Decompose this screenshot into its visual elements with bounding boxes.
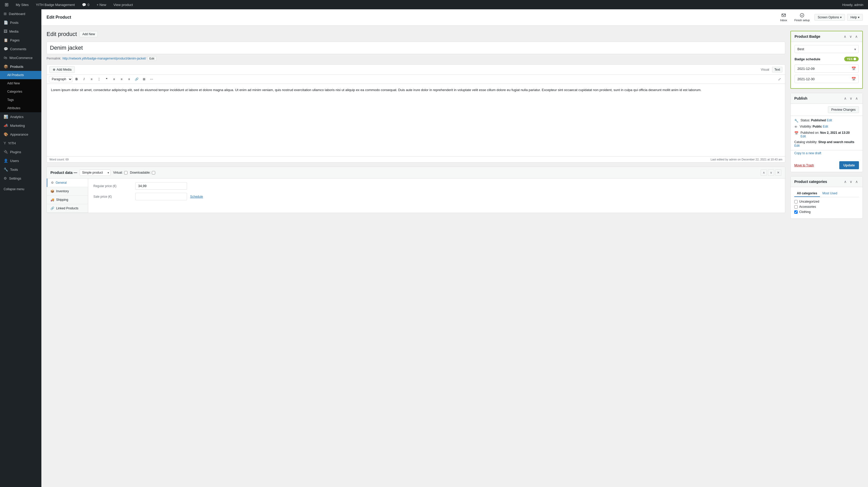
sidebar-item-comments[interactable]: 💬 Comments — [0, 44, 41, 53]
product-categories-metabox: Product categories ∧ ∨ ∧ All categories — [790, 176, 863, 219]
tab-shipping[interactable]: 🚚 Shipping — [47, 195, 88, 204]
sidebar: ⊞ Dashboard 📄 Posts 🖼 Media 📋 Pages 💬 Co… — [0, 9, 41, 487]
visibility-edit-link[interactable]: Edit — [823, 125, 828, 128]
sidebar-item-yith[interactable]: Y YITH — [0, 139, 41, 148]
clothing-checkbox[interactable] — [794, 210, 798, 214]
sidebar-subitem-all-products[interactable]: All Products — [0, 71, 41, 79]
blockquote-button[interactable]: ❝ — [103, 76, 110, 83]
copy-to-draft-link[interactable]: Copy to a new draft — [794, 151, 859, 155]
product-title-input[interactable] — [46, 42, 785, 54]
sidebar-item-appearance[interactable]: 🎨 Appearance — [0, 130, 41, 139]
my-sites[interactable]: My Sites — [14, 0, 30, 9]
schedule-button[interactable]: Schedule — [190, 195, 203, 199]
product-badge-up-button[interactable]: ∧ — [843, 34, 847, 39]
product-data-down-button[interactable]: ∨ — [768, 170, 774, 176]
screen-options-button[interactable]: Screen Options ▾ — [814, 14, 845, 21]
preview-changes-button[interactable]: Preview Changes — [828, 106, 859, 113]
sidebar-item-analytics[interactable]: 📊 Analytics — [0, 112, 41, 121]
categories-down-button[interactable]: ∨ — [848, 179, 853, 184]
media-icon: 🖼 — [4, 29, 7, 33]
sidebar-subitem-add-new[interactable]: Add New — [0, 79, 41, 88]
fullscreen-button[interactable]: ⤢ — [776, 76, 783, 83]
add-new-button[interactable]: Add New — [80, 31, 98, 37]
downloadable-checkbox[interactable] — [152, 171, 155, 174]
uncategorized-checkbox[interactable] — [794, 200, 798, 203]
sidebar-item-products[interactable]: 📦 Products — [0, 62, 41, 71]
collapse-menu[interactable]: Collapse menu — [0, 185, 41, 193]
unordered-list-button[interactable]: ≡ — [88, 76, 95, 83]
product-badge-collapse-button[interactable]: ∧ — [854, 34, 859, 39]
sidebar-item-marketing[interactable]: 📣 Marketing — [0, 121, 41, 130]
add-media-button[interactable]: ⊕ Add Media — [50, 66, 75, 73]
product-badge-down-button[interactable]: ∨ — [848, 34, 853, 39]
sidebar-item-tools[interactable]: 🔧 Tools — [0, 165, 41, 174]
publish-up-button[interactable]: ∧ — [843, 96, 847, 101]
product-type-select[interactable]: Simple product — [80, 170, 111, 176]
move-to-trash-button[interactable]: Move to Trash — [794, 163, 814, 167]
new-link[interactable]: + New — [95, 0, 107, 9]
publish-down-button[interactable]: ∨ — [848, 96, 853, 101]
sidebar-item-users[interactable]: 👤 Users — [0, 156, 41, 165]
edit-permalink-button[interactable]: Edit — [148, 56, 156, 61]
sidebar-item-settings[interactable]: ⚙ Settings — [0, 174, 41, 183]
tab-inventory[interactable]: 📦 Inventory — [47, 187, 88, 195]
permalink-link[interactable]: http://network.yith/badge-management/pro… — [63, 57, 146, 60]
virtual-checkbox[interactable] — [124, 171, 127, 174]
help-button[interactable]: Help ▾ — [847, 14, 863, 21]
update-button[interactable]: Update — [839, 161, 859, 169]
categories-up-button[interactable]: ∧ — [843, 179, 847, 184]
link-button[interactable]: 🔗 — [133, 76, 140, 83]
sidebar-item-posts[interactable]: 📄 Posts — [0, 18, 41, 27]
finish-setup-button[interactable]: Finish setup — [792, 12, 812, 23]
sale-price-input[interactable] — [135, 193, 187, 200]
wp-logo[interactable]: ⊞ — [3, 0, 10, 9]
sidebar-item-dashboard[interactable]: ⊞ Dashboard — [0, 9, 41, 18]
sidebar-subitem-categories[interactable]: Categories — [0, 88, 41, 96]
align-center-button[interactable]: ≡ — [118, 76, 125, 83]
ordered-list-button[interactable]: ⋮ — [96, 76, 102, 83]
text-mode-button[interactable]: Text — [772, 67, 782, 72]
calendar-icon[interactable]: 📅 — [851, 66, 856, 71]
more-button[interactable]: ⋯ — [148, 76, 155, 83]
tab-all-categories[interactable]: All categories — [794, 190, 820, 197]
appearance-icon: 🎨 — [4, 132, 8, 136]
site-title[interactable]: YITH Badge Management — [34, 0, 76, 9]
visual-mode-button[interactable]: Visual — [758, 67, 772, 72]
tab-most-used[interactable]: Most Used — [820, 190, 840, 197]
status-edit-link[interactable]: Edit — [827, 119, 832, 122]
align-right-button[interactable]: ≡ — [126, 76, 132, 83]
tab-linked-products[interactable]: 🔗 Linked Products — [47, 204, 88, 213]
align-left-button[interactable]: ≡ — [111, 76, 117, 83]
editor-footer: Word count: 69 Last edited by admin on D… — [47, 156, 785, 162]
badge-schedule-yes-button[interactable]: YES — [844, 57, 859, 61]
view-product-link[interactable]: View product — [112, 0, 134, 9]
product-badge-body: Best ▾ Badge schedule YES — [791, 42, 862, 88]
sidebar-subitem-tags[interactable]: Tags — [0, 96, 41, 104]
wp-layout: ⊞ Dashboard 📄 Posts 🖼 Media 📋 Pages 💬 Co… — [0, 9, 868, 487]
sidebar-item-woocommerce[interactable]: 🛍 WooCommerce — [0, 53, 41, 62]
tab-general[interactable]: ⚙ General — [47, 179, 88, 187]
editor-content[interactable]: Lorem ipsum dolor sit amet, consectetur … — [47, 84, 785, 156]
badge-select[interactable]: Best — [795, 45, 859, 53]
italic-button[interactable]: I — [81, 76, 87, 83]
accessories-checkbox[interactable] — [794, 205, 798, 209]
sidebar-item-pages[interactable]: 📋 Pages — [0, 36, 41, 44]
regular-price-input[interactable] — [135, 182, 187, 190]
bold-button[interactable]: B — [73, 76, 80, 83]
product-data-close-button[interactable]: ✕ — [775, 170, 781, 176]
sidebar-item-plugins[interactable]: 🔌 Plugins — [0, 148, 41, 156]
catalog-edit-link[interactable]: Edit — [794, 144, 800, 148]
calendar-icon[interactable]: 📅 — [851, 77, 856, 81]
categories-collapse-button[interactable]: ∧ — [854, 179, 859, 184]
comments-link[interactable]: 💬 0 — [81, 0, 91, 9]
publish-collapse-button[interactable]: ∧ — [854, 96, 859, 101]
table-button[interactable]: ⊞ — [141, 76, 148, 83]
badge-start-date-row: 2021-12-09 📅 — [795, 64, 859, 73]
product-data-up-button[interactable]: ∧ — [761, 170, 767, 176]
badge-end-date: 2021-12-30 — [797, 77, 851, 81]
inbox-button[interactable]: Inbox — [777, 12, 789, 23]
sidebar-subitem-attributes[interactable]: Attributes — [0, 104, 41, 112]
published-on-edit-link[interactable]: Edit — [801, 134, 850, 138]
sidebar-item-media[interactable]: 🖼 Media — [0, 27, 41, 36]
paragraph-select[interactable]: Paragraph — [49, 76, 72, 82]
